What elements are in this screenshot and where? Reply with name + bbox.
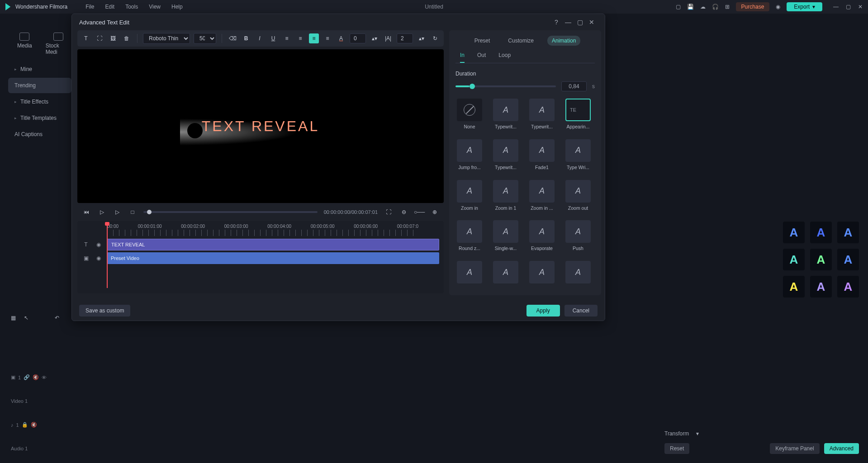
style-preset[interactable]: A <box>783 276 805 298</box>
spacing-stepper-icon[interactable]: ▴▾ <box>370 33 379 43</box>
bold-icon[interactable]: B <box>241 33 251 43</box>
next-frame-icon[interactable]: ▷ <box>113 208 122 217</box>
duration-slider[interactable] <box>455 85 556 87</box>
font-size-select[interactable]: 50 <box>194 33 216 44</box>
stop-icon[interactable]: □ <box>128 208 137 217</box>
animation-preset[interactable]: AType Wri... <box>564 139 592 174</box>
scrub-bar[interactable] <box>143 211 318 213</box>
clear-format-icon[interactable]: ⌫ <box>228 33 237 43</box>
refresh-icon[interactable]: ↻ <box>430 33 440 43</box>
menu-help[interactable]: Help <box>171 4 183 10</box>
layout-icon[interactable]: ▢ <box>676 4 681 10</box>
lock-icon[interactable]: 🔒 <box>22 422 28 428</box>
style-preset[interactable]: A <box>837 249 859 270</box>
text-clip[interactable]: TEXT REVEAL <box>107 239 439 250</box>
line-height-input[interactable] <box>397 33 413 43</box>
minimize-icon[interactable]: — <box>562 19 574 26</box>
line-stepper-icon[interactable]: ▴▾ <box>417 33 427 43</box>
text-color-icon[interactable]: A <box>336 33 346 43</box>
animation-preset[interactable]: ATypewrit... <box>492 139 520 174</box>
line-height-icon[interactable]: |A| <box>383 33 393 43</box>
sidebar-item-templates[interactable]: ▸Title Templates <box>8 110 71 126</box>
eye-icon[interactable]: 👁 <box>42 375 47 380</box>
zoom-slider[interactable]: ○── <box>415 208 424 217</box>
save-as-custom-button[interactable]: Save as custom <box>79 305 130 317</box>
animation-preset[interactable]: AJump fro... <box>455 139 484 174</box>
menu-tools[interactable]: Tools <box>125 4 138 10</box>
sidebar-item-mine[interactable]: ▸Mine <box>8 61 71 77</box>
text-tool-icon[interactable]: T <box>81 33 91 43</box>
animation-preset[interactable]: AEvaporate <box>528 220 556 255</box>
close-icon[interactable]: ✕ <box>586 19 598 26</box>
eye-icon[interactable]: ◉ <box>95 255 103 261</box>
animation-preset[interactable]: ATypewrit... <box>528 99 556 133</box>
cloud-icon[interactable]: ☁ <box>700 4 706 10</box>
style-preset[interactable]: A <box>837 276 859 298</box>
tab-customize[interactable]: Customize <box>503 36 538 46</box>
tab-stock[interactable]: Stock Medi <box>46 33 71 55</box>
export-button[interactable]: Export ▾ <box>787 2 822 11</box>
transform-tool-icon[interactable]: ⛶ <box>95 33 104 43</box>
link-icon[interactable]: 🔗 <box>24 374 30 380</box>
menu-edit[interactable]: Edit <box>105 4 115 10</box>
subtab-loop[interactable]: Loop <box>498 52 511 63</box>
prev-frame-icon[interactable]: ⏮ <box>82 208 91 217</box>
animation-preset[interactable]: AZoom in 1 <box>492 180 520 214</box>
maximize-icon[interactable]: ▢ <box>846 4 851 10</box>
grid-icon[interactable]: ▦ <box>11 315 16 321</box>
animation-preset[interactable]: AZoom in ... <box>528 180 556 214</box>
headset-icon[interactable]: 🎧 <box>712 4 719 10</box>
zoom-out-icon[interactable]: ⊖ <box>399 208 408 217</box>
style-preset[interactable]: A <box>783 249 805 270</box>
tab-media[interactable]: Media <box>17 33 32 55</box>
sidebar-item-effects[interactable]: ▸Title Effects <box>8 94 71 109</box>
save-icon[interactable]: 💾 <box>687 4 694 10</box>
font-select[interactable]: Roboto Thin <box>143 33 190 44</box>
animation-preset[interactable]: AZoom out <box>564 180 592 214</box>
help-icon[interactable]: ? <box>550 19 562 26</box>
close-icon[interactable]: ✕ <box>858 4 863 10</box>
animation-preset[interactable]: A <box>564 261 592 290</box>
animation-preset[interactable]: None <box>455 99 484 133</box>
style-preset[interactable]: A <box>783 222 805 243</box>
duration-value[interactable]: 0,84 <box>561 81 587 91</box>
slider-knob[interactable] <box>470 84 475 89</box>
align-justify-icon[interactable]: ≡ <box>323 33 332 43</box>
cancel-button[interactable]: Cancel <box>564 305 598 317</box>
underline-icon[interactable]: U <box>268 33 278 43</box>
animation-preset[interactable]: AFade1 <box>528 139 556 174</box>
style-preset[interactable]: A <box>810 276 832 298</box>
italic-icon[interactable]: I <box>255 33 265 43</box>
zoom-in-icon[interactable]: ⊕ <box>430 208 439 217</box>
animation-preset[interactable]: APush <box>564 220 592 255</box>
maximize-icon[interactable]: ▢ <box>574 19 586 26</box>
playhead[interactable] <box>107 224 108 288</box>
animation-preset[interactable]: ARound z... <box>455 220 484 255</box>
delete-icon[interactable]: 🗑 <box>122 33 132 43</box>
mute-icon[interactable]: 🔇 <box>31 422 37 428</box>
animation-preset[interactable]: A <box>455 261 484 290</box>
reset-button[interactable]: Reset <box>664 443 689 454</box>
animation-preset[interactable]: ASingle-w... <box>492 220 520 255</box>
menu-view[interactable]: View <box>149 4 161 10</box>
sidebar-item-captions[interactable]: AI Captions <box>8 127 71 142</box>
apps-icon[interactable]: ⊞ <box>725 4 730 10</box>
animation-preset[interactable]: ATypewrit... <box>492 99 520 133</box>
undo-icon[interactable]: ↶ <box>55 315 59 321</box>
avatar-icon[interactable]: ◉ <box>776 4 780 10</box>
tab-animation[interactable]: Animation <box>547 36 580 46</box>
minimize-icon[interactable]: — <box>833 4 839 10</box>
align-right-icon[interactable]: ≡ <box>309 33 319 43</box>
eye-icon[interactable]: ◉ <box>95 241 103 248</box>
align-left-icon[interactable]: ≡ <box>282 33 292 43</box>
animation-preset[interactable]: A <box>492 261 520 290</box>
animation-preset[interactable]: A <box>528 261 556 290</box>
animation-preset[interactable]: AZoom in <box>455 180 484 214</box>
advanced-button[interactable]: Advanced <box>824 443 859 454</box>
mute-icon[interactable]: 🔇 <box>33 374 39 380</box>
keyframe-button[interactable]: Keyframe Panel <box>770 443 819 454</box>
animation-preset[interactable]: TEAppearin... <box>564 99 592 133</box>
fit-icon[interactable]: ⛶ <box>384 208 393 217</box>
letter-spacing-input[interactable] <box>350 33 366 43</box>
tab-preset[interactable]: Preset <box>470 36 495 46</box>
